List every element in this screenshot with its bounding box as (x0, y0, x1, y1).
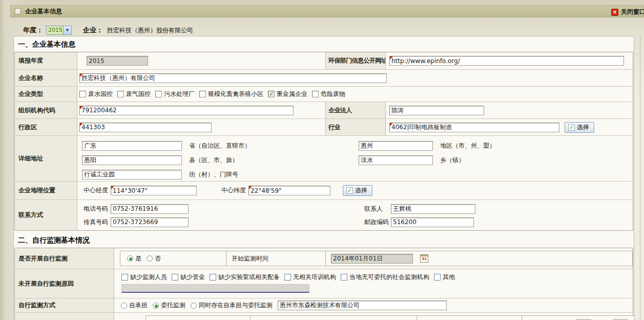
reason-option-no-lab[interactable]: 缺少实验室或相关配备 (210, 273, 280, 282)
close-window-button[interactable]: 关闭窗口 (611, 8, 644, 16)
address-line-street: 街（村）、门牌号 (79, 167, 633, 182)
basic-info-table: 填报年度 环保部门信息公开网址 企业名称 企业类型 废水国控 (14, 52, 633, 231)
street-input[interactable] (82, 170, 182, 179)
longitude-input[interactable] (111, 186, 197, 195)
latitude-input[interactable] (248, 186, 330, 195)
report-year-input[interactable] (87, 56, 148, 66)
company-name-input[interactable] (79, 73, 387, 83)
province-input[interactable] (82, 141, 182, 151)
checkbox-icon[interactable] (155, 91, 162, 97)
agency-input[interactable] (278, 301, 447, 310)
row-no-monitoring-reason: 未开展自行监测原因 缺少监测人员 缺少资金 缺少实验室或相关配备 无相关培训机构… (15, 269, 633, 298)
reason-option-other[interactable]: 其他 (434, 273, 455, 282)
checkbox-icon[interactable] (210, 274, 216, 281)
industry-input[interactable] (389, 123, 559, 132)
company-type-option-heavy-metal[interactable]: 重金属企业 (268, 90, 307, 98)
contact-label: 联系方式 (15, 200, 77, 230)
close-icon[interactable] (611, 9, 618, 16)
row-monitoring-mode: 自行监测方式 自承担 委托监测 同时存在自承担与委托监测 (15, 298, 633, 312)
self-monitoring-table: 是否开展自行监测 是 否 开始监测时间 (14, 248, 633, 320)
row-report-year: 填报年度 环保部门信息公开网址 (15, 52, 633, 69)
check-icon (568, 124, 575, 131)
company-name-label: 企业名称 (15, 70, 77, 86)
mode-commissioned-radio[interactable]: 委托监测 (153, 301, 185, 310)
contact-person-input[interactable] (391, 204, 475, 214)
radio-icon[interactable] (147, 255, 153, 262)
close-window-label[interactable]: 关闭窗口 (621, 8, 644, 16)
geo-select-button[interactable]: 选择 (343, 185, 372, 196)
other-reason-input[interactable] (121, 284, 309, 293)
contact-person-label: 联系人 (364, 205, 391, 213)
row-geo-location: 企业地理位置 中心经度 中心纬度 选择 (15, 181, 633, 199)
reason-option-no-training[interactable]: 无相关培训机构 (284, 273, 336, 282)
calendar-icon[interactable] (420, 254, 428, 263)
window-titlebar: 企业基本信息 关闭窗口 (10, 5, 644, 17)
checkbox-icon[interactable] (312, 91, 319, 97)
industry-label: 行业 (325, 119, 386, 135)
checkbox-icon[interactable] (121, 274, 128, 281)
zip-input[interactable] (391, 217, 474, 227)
radio-selected-icon[interactable] (153, 303, 159, 309)
checkbox-icon[interactable] (199, 91, 206, 97)
company-type-label: 企业类型 (15, 87, 77, 102)
checkbox-icon[interactable] (284, 274, 291, 281)
city-input[interactable] (359, 141, 433, 151)
window-title: 企业基本信息 (25, 7, 62, 16)
phone-input[interactable] (111, 204, 189, 214)
chevron-down-icon[interactable] (63, 26, 71, 34)
zip-label: 邮政编码 (364, 218, 391, 227)
section1-heading: 一、企业基本信息 (14, 36, 634, 52)
contact-line-fax: 传真号码 邮政编码 (79, 215, 633, 229)
start-time-input[interactable] (331, 254, 413, 264)
report-year-label: 填报年度 (15, 52, 77, 69)
self-monitoring-yes-radio[interactable]: 是 (127, 254, 141, 263)
mode-both-radio[interactable]: 同时存在自承担与委托监测 (191, 301, 273, 310)
industry-select-button[interactable]: 选择 (565, 122, 594, 133)
epinfo-url-label: 环保部门信息公开网址 (325, 52, 386, 69)
admin-region-input[interactable] (79, 123, 212, 132)
check-icon (346, 187, 353, 194)
fax-input[interactable] (111, 217, 189, 227)
self-monitoring-no-radio[interactable]: 否 (147, 254, 161, 263)
partial-inner-table (146, 315, 635, 320)
company-type-option-sewage-plant[interactable]: 污水处理厂 (155, 90, 195, 98)
checkbox-icon[interactable] (341, 274, 347, 281)
address-line-county: 县（区、市、旗） 乡（镇） (79, 153, 633, 167)
row-admin-region: 行政区 行业 选择 (15, 118, 633, 135)
enterprise-info-window: 企业基本信息 关闭窗口 年度： 2015 企业： 胜宏科技（惠州）股份有限公司 … (0, 0, 644, 320)
radio-selected-icon[interactable] (127, 255, 133, 262)
window-right-border (640, 36, 640, 320)
checkbox-icon[interactable] (172, 274, 178, 281)
year-select[interactable]: 2015 (46, 26, 72, 35)
company-type-option-wastewater[interactable]: 废水国控 (79, 90, 113, 98)
monitoring-mode-label: 自行监测方式 (15, 298, 114, 312)
phone-label: 电话号码 (84, 205, 108, 213)
checkbox-icon[interactable] (434, 274, 441, 281)
toolbar: 年度： 2015 企业： 胜宏科技（惠州）股份有限公司 (23, 25, 193, 35)
geo-label: 企业地理位置 (15, 182, 77, 199)
town-input[interactable] (359, 155, 433, 165)
reason-option-no-agency[interactable]: 当地无可委托的社会监测机构 (341, 273, 429, 282)
no-monitoring-reason-label: 未开展自行监测原因 (15, 269, 114, 298)
reason-option-no-funds[interactable]: 缺少资金 (172, 273, 205, 282)
epinfo-url-input[interactable] (389, 56, 624, 66)
company-type-option-livestock[interactable]: 规模化畜禽养殖小区 (199, 90, 263, 98)
admin-region-label: 行政区 (15, 119, 77, 135)
year-value[interactable]: 2015 (47, 26, 63, 34)
checkbox-icon[interactable] (117, 91, 124, 97)
org-code-input[interactable] (79, 106, 294, 115)
radio-icon[interactable] (191, 303, 197, 309)
company-type-option-hazardous-waste[interactable]: 危险废物 (312, 90, 345, 98)
longitude-label: 中心经度 (84, 186, 108, 195)
radio-icon[interactable] (121, 303, 127, 309)
county-input[interactable] (82, 155, 182, 165)
checkbox-checked-icon[interactable] (268, 91, 275, 97)
start-time-label: 开始监测时间 (232, 254, 268, 263)
company-type-option-wastegas[interactable]: 废气国控 (117, 90, 151, 98)
row-contact: 联系方式 电话号码 联系人 传真号码 邮政编码 (15, 199, 633, 230)
legal-person-label: 企业法人 (325, 102, 386, 118)
mode-self-radio[interactable]: 自承担 (121, 301, 148, 310)
checkbox-icon[interactable] (79, 91, 86, 97)
reason-option-no-staff[interactable]: 缺少监测人员 (121, 273, 167, 282)
legal-person-input[interactable] (389, 106, 484, 115)
